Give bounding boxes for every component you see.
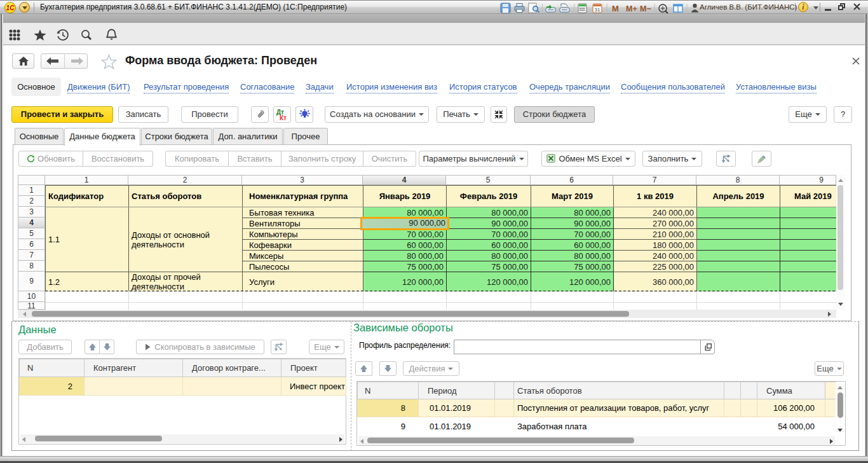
svg-text:M−: M−	[640, 4, 651, 13]
svg-text:31: 31	[595, 7, 600, 13]
svg-text:M: M	[612, 4, 619, 13]
svg-text:M+: M+	[626, 4, 637, 13]
